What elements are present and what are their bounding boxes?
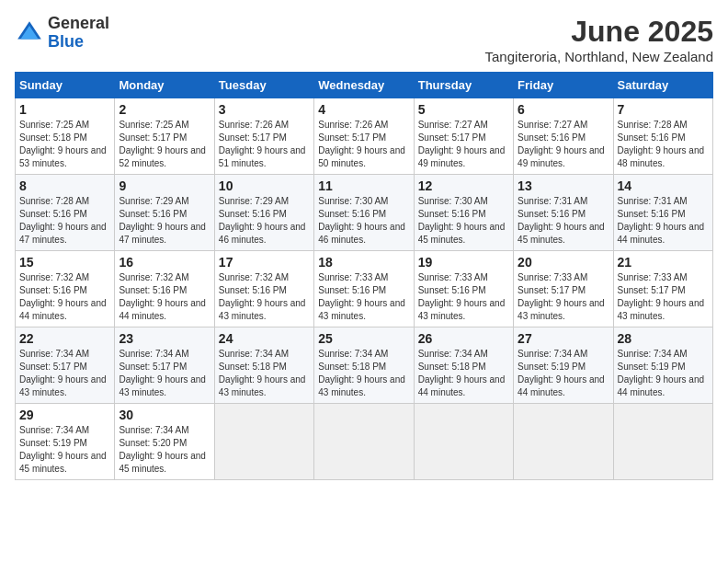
calendar-cell bbox=[613, 404, 712, 480]
calendar-header-row: SundayMondayTuesdayWednesdayThursdayFrid… bbox=[16, 73, 713, 98]
calendar-cell: 16Sunrise: 7:32 AMSunset: 5:16 PMDayligh… bbox=[115, 251, 214, 327]
calendar-title: June 2025 bbox=[485, 15, 713, 49]
calendar-cell: 30Sunrise: 7:34 AMSunset: 5:20 PMDayligh… bbox=[115, 404, 214, 480]
day-number: 28 bbox=[618, 331, 709, 346]
calendar-cell bbox=[314, 404, 414, 480]
day-info: Sunrise: 7:34 AMSunset: 5:19 PMDaylight:… bbox=[19, 424, 110, 476]
day-number: 30 bbox=[119, 408, 210, 422]
calendar-cell bbox=[514, 404, 613, 480]
calendar-cell: 2Sunrise: 7:25 AMSunset: 5:17 PMDaylight… bbox=[115, 98, 214, 175]
calendar-cell: 18Sunrise: 7:33 AMSunset: 5:16 PMDayligh… bbox=[314, 251, 414, 327]
calendar-cell: 4Sunrise: 7:26 AMSunset: 5:17 PMDaylight… bbox=[314, 98, 414, 175]
calendar-cell: 21Sunrise: 7:33 AMSunset: 5:17 PMDayligh… bbox=[613, 251, 712, 327]
calendar-cell: 19Sunrise: 7:33 AMSunset: 5:16 PMDayligh… bbox=[414, 251, 513, 327]
day-number: 7 bbox=[618, 102, 709, 117]
calendar-cell: 14Sunrise: 7:31 AMSunset: 5:16 PMDayligh… bbox=[613, 175, 712, 251]
calendar-cell: 11Sunrise: 7:30 AMSunset: 5:16 PMDayligh… bbox=[314, 175, 414, 251]
day-number: 6 bbox=[518, 102, 609, 117]
calendar-cell bbox=[414, 404, 513, 480]
calendar-week-row: 1Sunrise: 7:25 AMSunset: 5:18 PMDaylight… bbox=[16, 98, 713, 175]
day-number: 29 bbox=[19, 408, 110, 422]
day-number: 11 bbox=[318, 178, 409, 193]
calendar-cell: 15Sunrise: 7:32 AMSunset: 5:16 PMDayligh… bbox=[16, 251, 115, 327]
day-info: Sunrise: 7:26 AMSunset: 5:17 PMDaylight:… bbox=[219, 119, 310, 170]
logo-text: General Blue bbox=[48, 15, 109, 52]
day-number: 16 bbox=[119, 255, 210, 270]
calendar-cell: 28Sunrise: 7:34 AMSunset: 5:19 PMDayligh… bbox=[613, 327, 712, 404]
day-info: Sunrise: 7:25 AMSunset: 5:18 PMDaylight:… bbox=[19, 119, 110, 170]
calendar-cell: 17Sunrise: 7:32 AMSunset: 5:16 PMDayligh… bbox=[214, 251, 313, 327]
day-number: 18 bbox=[318, 255, 409, 270]
calendar-week-row: 8Sunrise: 7:28 AMSunset: 5:16 PMDaylight… bbox=[16, 175, 713, 251]
day-number: 20 bbox=[518, 255, 609, 270]
header-friday: Friday bbox=[514, 73, 613, 98]
calendar-cell: 27Sunrise: 7:34 AMSunset: 5:19 PMDayligh… bbox=[514, 327, 613, 404]
day-info: Sunrise: 7:34 AMSunset: 5:18 PMDaylight:… bbox=[418, 348, 509, 399]
calendar-cell: 7Sunrise: 7:28 AMSunset: 5:16 PMDaylight… bbox=[613, 98, 712, 175]
day-number: 24 bbox=[219, 331, 310, 346]
calendar-cell bbox=[214, 404, 313, 480]
day-number: 4 bbox=[318, 102, 409, 117]
day-info: Sunrise: 7:32 AMSunset: 5:16 PMDaylight:… bbox=[119, 271, 210, 323]
calendar-cell: 12Sunrise: 7:30 AMSunset: 5:16 PMDayligh… bbox=[414, 175, 513, 251]
calendar-cell: 23Sunrise: 7:34 AMSunset: 5:17 PMDayligh… bbox=[115, 327, 214, 404]
day-info: Sunrise: 7:27 AMSunset: 5:17 PMDaylight:… bbox=[418, 119, 509, 170]
logo: General Blue bbox=[15, 15, 109, 52]
day-info: Sunrise: 7:30 AMSunset: 5:16 PMDaylight:… bbox=[418, 195, 509, 247]
calendar-cell: 6Sunrise: 7:27 AMSunset: 5:16 PMDaylight… bbox=[514, 98, 613, 175]
calendar-week-row: 22Sunrise: 7:34 AMSunset: 5:17 PMDayligh… bbox=[16, 327, 713, 404]
day-number: 5 bbox=[418, 102, 509, 117]
day-info: Sunrise: 7:30 AMSunset: 5:16 PMDaylight:… bbox=[318, 195, 409, 247]
day-info: Sunrise: 7:29 AMSunset: 5:16 PMDaylight:… bbox=[219, 195, 310, 247]
day-info: Sunrise: 7:33 AMSunset: 5:16 PMDaylight:… bbox=[318, 271, 409, 323]
day-number: 25 bbox=[318, 331, 409, 346]
header-wednesday: Wednesday bbox=[314, 73, 414, 98]
day-number: 22 bbox=[19, 331, 110, 346]
day-info: Sunrise: 7:27 AMSunset: 5:16 PMDaylight:… bbox=[518, 119, 609, 170]
header-sunday: Sunday bbox=[16, 73, 115, 98]
day-info: Sunrise: 7:34 AMSunset: 5:20 PMDaylight:… bbox=[119, 424, 210, 476]
day-number: 21 bbox=[618, 255, 709, 270]
day-info: Sunrise: 7:25 AMSunset: 5:17 PMDaylight:… bbox=[119, 119, 210, 170]
calendar-cell: 26Sunrise: 7:34 AMSunset: 5:18 PMDayligh… bbox=[414, 327, 513, 404]
calendar-cell: 1Sunrise: 7:25 AMSunset: 5:18 PMDaylight… bbox=[16, 98, 115, 175]
calendar-cell: 25Sunrise: 7:34 AMSunset: 5:18 PMDayligh… bbox=[314, 327, 414, 404]
day-number: 2 bbox=[119, 102, 210, 117]
calendar-cell: 13Sunrise: 7:31 AMSunset: 5:16 PMDayligh… bbox=[514, 175, 613, 251]
day-info: Sunrise: 7:28 AMSunset: 5:16 PMDaylight:… bbox=[19, 195, 110, 247]
calendar-cell: 20Sunrise: 7:33 AMSunset: 5:17 PMDayligh… bbox=[514, 251, 613, 327]
day-info: Sunrise: 7:32 AMSunset: 5:16 PMDaylight:… bbox=[219, 271, 310, 323]
day-number: 14 bbox=[618, 178, 709, 193]
title-area: June 2025 Tangiteroria, Northland, New Z… bbox=[485, 15, 713, 64]
logo-icon bbox=[15, 18, 44, 48]
header-saturday: Saturday bbox=[613, 73, 712, 98]
day-number: 3 bbox=[219, 102, 310, 117]
day-number: 23 bbox=[119, 331, 210, 346]
day-number: 1 bbox=[19, 102, 110, 117]
day-info: Sunrise: 7:31 AMSunset: 5:16 PMDaylight:… bbox=[518, 195, 609, 247]
day-info: Sunrise: 7:34 AMSunset: 5:18 PMDaylight:… bbox=[219, 348, 310, 399]
day-info: Sunrise: 7:33 AMSunset: 5:17 PMDaylight:… bbox=[518, 271, 609, 323]
header-thursday: Thursday bbox=[414, 73, 513, 98]
calendar-subtitle: Tangiteroria, Northland, New Zealand bbox=[485, 49, 713, 64]
calendar-table: SundayMondayTuesdayWednesdayThursdayFrid… bbox=[15, 72, 713, 480]
day-info: Sunrise: 7:34 AMSunset: 5:17 PMDaylight:… bbox=[119, 348, 210, 399]
day-info: Sunrise: 7:34 AMSunset: 5:19 PMDaylight:… bbox=[518, 348, 609, 399]
day-info: Sunrise: 7:29 AMSunset: 5:16 PMDaylight:… bbox=[119, 195, 210, 247]
calendar-cell: 24Sunrise: 7:34 AMSunset: 5:18 PMDayligh… bbox=[214, 327, 313, 404]
day-number: 17 bbox=[219, 255, 310, 270]
day-info: Sunrise: 7:33 AMSunset: 5:16 PMDaylight:… bbox=[418, 271, 509, 323]
day-number: 8 bbox=[19, 178, 110, 193]
calendar-cell: 29Sunrise: 7:34 AMSunset: 5:19 PMDayligh… bbox=[16, 404, 115, 480]
calendar-cell: 22Sunrise: 7:34 AMSunset: 5:17 PMDayligh… bbox=[16, 327, 115, 404]
day-info: Sunrise: 7:32 AMSunset: 5:16 PMDaylight:… bbox=[19, 271, 110, 323]
day-info: Sunrise: 7:28 AMSunset: 5:16 PMDaylight:… bbox=[618, 119, 709, 170]
calendar-cell: 9Sunrise: 7:29 AMSunset: 5:16 PMDaylight… bbox=[115, 175, 214, 251]
day-number: 26 bbox=[418, 331, 509, 346]
day-number: 27 bbox=[518, 331, 609, 346]
calendar-cell: 10Sunrise: 7:29 AMSunset: 5:16 PMDayligh… bbox=[214, 175, 313, 251]
calendar-cell: 3Sunrise: 7:26 AMSunset: 5:17 PMDaylight… bbox=[214, 98, 313, 175]
day-number: 9 bbox=[119, 178, 210, 193]
day-info: Sunrise: 7:26 AMSunset: 5:17 PMDaylight:… bbox=[318, 119, 409, 170]
day-number: 19 bbox=[418, 255, 509, 270]
